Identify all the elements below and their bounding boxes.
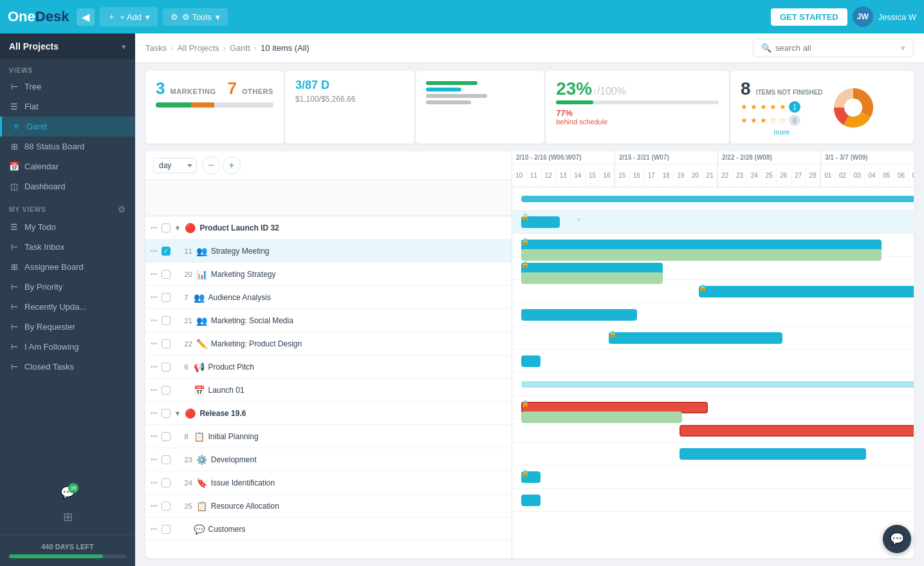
row-dots[interactable]: ••• <box>151 410 158 417</box>
search-dropdown-icon[interactable]: ▾ <box>901 43 905 53</box>
row-checkbox[interactable] <box>162 409 171 418</box>
sidebar-item-calendar[interactable]: 📅 Calendar <box>0 156 135 176</box>
sidebar-item-by-requester[interactable]: ⊢ By Requester <box>0 317 135 337</box>
table-row[interactable]: ••• 24 🔖 Issue Identification <box>145 471 512 495</box>
row-dots[interactable]: ••• <box>151 247 158 254</box>
row-checkbox[interactable] <box>162 502 171 511</box>
gantt-bar-13[interactable] <box>521 495 541 506</box>
gantt-bar-parent[interactable] <box>521 196 914 202</box>
table-row[interactable]: ••• 22 ✏️ Marketing: Product Design <box>145 332 512 355</box>
breadcrumb-gantt[interactable]: Gantt <box>230 43 250 53</box>
row-checkbox[interactable] <box>162 316 171 325</box>
row-checkbox[interactable]: ✓ <box>162 247 171 256</box>
row-dots[interactable]: ••• <box>151 294 158 301</box>
my-views-settings-icon[interactable]: ⚙ <box>118 204 126 214</box>
row-dots[interactable]: ••• <box>151 340 158 347</box>
sidebar-collapse-button[interactable]: ◀ <box>77 8 95 26</box>
table-row[interactable]: ••• ✓ 11 👥 Strategy Meeting <box>145 240 512 263</box>
days-progress-fill <box>9 554 103 558</box>
row-checkbox[interactable] <box>162 363 171 372</box>
get-started-button[interactable]: GET STARTED <box>771 8 847 26</box>
row-checkbox[interactable] <box>162 478 171 487</box>
sidebar-item-tree[interactable]: ⊢ Tree <box>0 77 135 97</box>
row-name: Product Launch ID 32 <box>199 223 506 232</box>
sidebar-item-status-board[interactable]: ⊞ 88 Status Board <box>0 137 135 156</box>
bar-row-4 <box>426 100 535 104</box>
table-row[interactable]: ••• 7 👥 Audience Analysis <box>145 286 512 309</box>
row-name: Product Pitch <box>208 363 506 372</box>
gantt-bar-11[interactable] <box>679 448 866 460</box>
row-dots[interactable]: ••• <box>151 317 158 324</box>
breadcrumb-sep1: › <box>171 43 173 53</box>
gantt-view-select[interactable]: day week month <box>153 158 197 173</box>
row-checkbox[interactable] <box>162 455 171 464</box>
table-row[interactable]: ••• 💬 Customers <box>145 518 512 541</box>
table-row[interactable]: ••• 📅 Launch 01 <box>145 379 512 402</box>
notifications-icon[interactable]: 💬 38 <box>60 486 75 500</box>
row-dots[interactable]: ••• <box>151 525 158 533</box>
sidebar-item-gantt[interactable]: ≡ Gantt <box>0 117 135 137</box>
row-checkbox[interactable] <box>162 386 171 395</box>
collapse-icon[interactable]: ▼ <box>174 224 181 232</box>
sidebar-item-by-priority[interactable]: ⊢ By Priority <box>0 277 135 297</box>
sidebar-item-label: Dashboard <box>24 182 66 191</box>
gantt-bar-7[interactable] <box>521 355 541 367</box>
sidebar-item-assignee-board[interactable]: ⊞ Assignee Board <box>0 257 135 277</box>
zoom-in-button[interactable]: + <box>223 156 241 175</box>
table-row[interactable]: ••• 25 📋 Resource Allocation <box>145 495 512 518</box>
table-row[interactable]: ••• 23 ⚙️ Development <box>145 448 512 471</box>
row-checkbox[interactable] <box>162 432 171 441</box>
gantt-bar-parent-2[interactable] <box>521 381 914 388</box>
sidebar-item-task-inbox[interactable]: ⊢ Task Inbox <box>0 237 135 257</box>
row-checkbox[interactable] <box>162 293 171 302</box>
sidebar-item-i-am-following[interactable]: ⊢ I Am Following <box>0 337 135 357</box>
gantt-bar-5[interactable] <box>521 309 637 321</box>
grid-icon[interactable]: ⊞ <box>63 510 73 524</box>
progress-green <box>156 102 191 108</box>
breadcrumb-all-projects[interactable]: All Projects <box>178 43 219 53</box>
gantt-chart[interactable]: 2/10 - 2/16 (W06:W07) 10 11 12 13 14 15 … <box>512 151 914 558</box>
sidebar-item-flat[interactable]: ☰ Flat <box>0 97 135 117</box>
sidebar-item-label: Flat <box>24 102 39 111</box>
row-checkbox[interactable] <box>162 223 171 232</box>
table-row[interactable]: ••• 21 👥 Marketing: Social Media <box>145 309 512 332</box>
assignee-board-icon: ⊞ <box>9 262 19 272</box>
table-row[interactable]: ••• 8 📋 Initial Planning <box>145 425 512 448</box>
search-box[interactable]: 🔍 ▾ <box>753 39 914 57</box>
row-checkbox[interactable] <box>162 339 171 348</box>
sidebar-dropdown-icon[interactable]: ▾ <box>122 42 126 52</box>
gantt-bar-10[interactable] <box>679 425 914 437</box>
table-row[interactable]: ••• 20 📊 Marketing Strategy <box>145 263 512 286</box>
i-am-following-icon: ⊢ <box>9 342 19 352</box>
row-dots[interactable]: ••• <box>151 386 158 393</box>
add-button[interactable]: ＋ + Add ▾ <box>100 7 158 26</box>
sidebar-item-label: Recently Upda... <box>24 302 86 312</box>
row-dots[interactable]: ••• <box>151 433 158 440</box>
row-checkbox[interactable] <box>162 270 171 279</box>
chart-row-10 <box>512 419 914 442</box>
sidebar-item-closed-tasks[interactable]: ⊢ Closed Tasks <box>0 357 135 377</box>
row-dots[interactable]: ••• <box>151 479 158 486</box>
gantt-bar-6[interactable] <box>609 332 782 344</box>
chat-button[interactable]: 💬 <box>883 525 911 553</box>
by-priority-icon: ⊢ <box>9 282 19 292</box>
breadcrumb-tasks[interactable]: Tasks <box>145 43 167 53</box>
row-dots[interactable]: ••• <box>151 502 158 509</box>
gantt-bar-4[interactable] <box>699 286 914 297</box>
more-link[interactable]: more <box>741 128 822 136</box>
table-row[interactable]: ••• 6 📢 Product Pitch <box>145 355 512 379</box>
sidebar-item-recently-updated[interactable]: ⊢ Recently Upda... <box>0 297 135 317</box>
week-2: 2/15 - 2/21 (W07) 15 16 17 18 19 20 21 <box>615 151 718 187</box>
sidebar-item-my-todo[interactable]: ☰ My Todo <box>0 217 135 237</box>
day: 07 <box>909 164 914 187</box>
row-dots[interactable]: ••• <box>151 270 158 278</box>
row-dots[interactable]: ••• <box>151 456 158 463</box>
zoom-out-button[interactable]: − <box>202 156 220 175</box>
tools-button[interactable]: ⚙ ⚙ Tools ▾ <box>163 8 228 26</box>
sidebar-item-dashboard[interactable]: ◫ Dashboard <box>0 176 135 196</box>
search-input[interactable] <box>775 43 891 53</box>
row-checkbox[interactable] <box>162 525 171 534</box>
row-dots[interactable]: ••• <box>151 363 158 370</box>
collapse-icon[interactable]: ▼ <box>174 410 181 417</box>
row-dots[interactable]: ••• <box>151 224 158 231</box>
